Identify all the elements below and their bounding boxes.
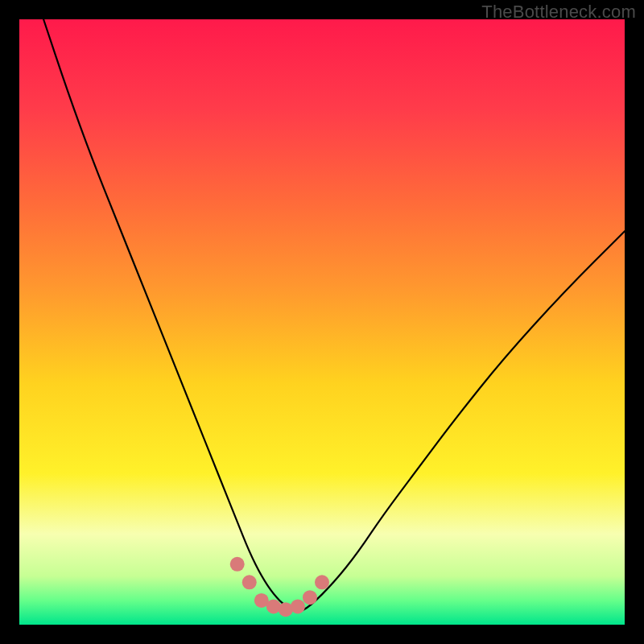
watermark-text: TheBottleneck.com: [481, 2, 636, 23]
bottleneck-curve: [43, 19, 625, 611]
curve-layer: [19, 19, 625, 625]
highlight-point: [291, 599, 305, 613]
highlight-point: [266, 599, 281, 613]
chart-frame: TheBottleneck.com: [0, 0, 644, 644]
plot-area: [19, 19, 625, 625]
highlight-point: [315, 575, 329, 589]
highlight-point: [230, 557, 245, 572]
highlight-point: [242, 575, 257, 589]
highlight-point: [279, 602, 293, 617]
highlight-point: [303, 590, 317, 605]
